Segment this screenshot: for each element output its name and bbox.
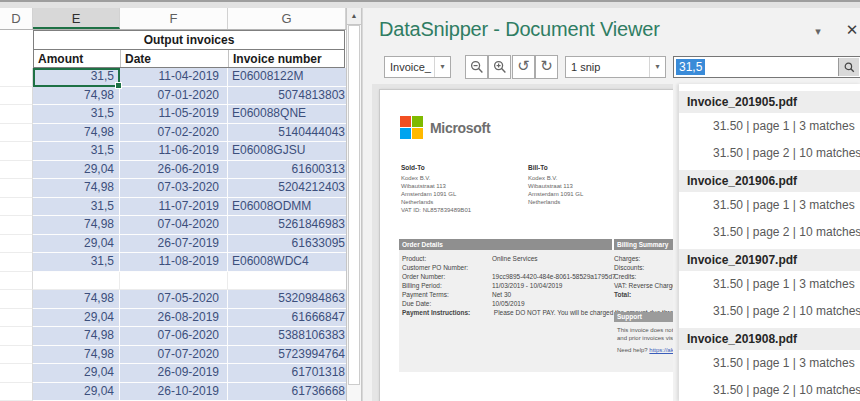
search-button[interactable]: [838, 58, 859, 76]
cell-invoice[interactable]: 61701318: [228, 364, 346, 383]
cell-invoice[interactable]: E06008ODMM: [228, 198, 346, 217]
result-file[interactable]: Invoice_201905.pdf: [679, 91, 860, 113]
cell-date[interactable]: 07-04-2020: [120, 216, 228, 235]
result-file[interactable]: Invoice_201908.pdf: [679, 328, 860, 350]
snip-dropdown[interactable]: 1 snip ▾: [565, 56, 666, 78]
cell-d[interactable]: [0, 216, 33, 235]
cell-date[interactable]: 26-07-2019: [120, 235, 228, 254]
cell-amount[interactable]: 29,04: [33, 161, 120, 180]
result-file[interactable]: Invoice_201906.pdf: [679, 170, 860, 192]
header-amount[interactable]: Amount: [34, 50, 121, 67]
close-icon[interactable]: ✕: [843, 21, 860, 39]
cell-date[interactable]: 26-08-2019: [120, 309, 228, 328]
cell-date[interactable]: [120, 272, 228, 291]
cell-d[interactable]: [0, 87, 33, 106]
result-match[interactable]: 31.50 | page 1 | 3 matches: [679, 350, 860, 377]
cell-d[interactable]: [0, 124, 33, 143]
cell-invoice[interactable]: 5723994764: [228, 346, 346, 365]
cell-amount[interactable]: 31,5: [33, 253, 120, 272]
cell-d[interactable]: [0, 327, 33, 346]
cell-amount[interactable]: 29,04: [33, 309, 120, 328]
cell-amount[interactable]: 31,5: [33, 68, 120, 87]
cell-amount[interactable]: 74,98: [33, 124, 120, 143]
cell-d[interactable]: [0, 235, 33, 254]
result-file[interactable]: Invoice_201907.pdf: [679, 249, 860, 271]
cell-d[interactable]: [0, 290, 33, 309]
header-date[interactable]: Date: [121, 50, 229, 67]
cell-d[interactable]: [0, 383, 33, 401]
cell-date[interactable]: 11-04-2019: [120, 68, 228, 87]
cell-amount[interactable]: [33, 272, 120, 291]
cell-amount[interactable]: 74,98: [33, 179, 120, 198]
cell-invoice[interactable]: 5204212403: [228, 179, 346, 198]
cell-invoice[interactable]: 5320984863: [228, 290, 346, 309]
cell-date[interactable]: 07-07-2020: [120, 346, 228, 365]
cell-amount[interactable]: 29,04: [33, 235, 120, 254]
document-viewer[interactable]: Microsoft Sold-To Kodex B.V.Wibautstraat…: [372, 84, 673, 401]
cell-invoice[interactable]: 5261846983: [228, 216, 346, 235]
cell-d[interactable]: [0, 309, 33, 328]
cell-invoice[interactable]: E06008GJSU: [228, 142, 346, 161]
result-match[interactable]: 31.50 | page 1 | 3 matches: [679, 113, 860, 140]
cell-d[interactable]: [0, 253, 33, 272]
cell-date[interactable]: 07-03-2020: [120, 179, 228, 198]
cell-date[interactable]: 26-06-2019: [120, 161, 228, 180]
cell-date[interactable]: 26-10-2019: [120, 383, 228, 401]
sheet-vertical-scrollbar[interactable]: ▲: [346, 8, 362, 401]
cell-invoice[interactable]: 5140444043: [228, 124, 346, 143]
cell-amount[interactable]: 74,98: [33, 327, 120, 346]
cell-d[interactable]: [0, 68, 33, 87]
cell-d[interactable]: [0, 346, 33, 365]
rotate-ccw-button[interactable]: ↺: [512, 55, 535, 79]
zoom-out-button[interactable]: [465, 55, 488, 79]
cell-date[interactable]: 07-05-2020: [120, 290, 228, 309]
cell-amount[interactable]: 29,04: [33, 383, 120, 401]
cell-date[interactable]: 26-09-2019: [120, 364, 228, 383]
column-header-e[interactable]: E: [33, 8, 120, 29]
cell-invoice[interactable]: [228, 272, 346, 291]
zoom-in-button[interactable]: [488, 55, 511, 79]
cell-date[interactable]: 11-05-2019: [120, 105, 228, 124]
cell-invoice[interactable]: E060088QNE: [228, 105, 346, 124]
cell-d[interactable]: [0, 198, 33, 217]
cell-date[interactable]: 07-01-2020: [120, 87, 228, 106]
scroll-up-icon[interactable]: ▲: [347, 8, 361, 25]
cell-date[interactable]: 07-02-2020: [120, 124, 228, 143]
help-link[interactable]: https://aka: [649, 347, 673, 353]
cell-d[interactable]: [0, 105, 33, 124]
column-header-g[interactable]: G: [228, 8, 346, 29]
result-match[interactable]: 31.50 | page 2 | 10 matches: [679, 298, 860, 325]
cell-date[interactable]: 11-07-2019: [120, 198, 228, 217]
cell-d[interactable]: [0, 272, 33, 291]
cell-date[interactable]: 11-08-2019: [120, 253, 228, 272]
cell-amount[interactable]: 31,5: [33, 105, 120, 124]
cell-amount[interactable]: 74,98: [33, 346, 120, 365]
cell-amount[interactable]: 74,98: [33, 87, 120, 106]
dropdown-arrow-icon[interactable]: ▾: [434, 57, 450, 77]
cell-amount[interactable]: 29,04: [33, 364, 120, 383]
cell-invoice[interactable]: E06008122M: [228, 68, 346, 87]
column-header-d[interactable]: D: [0, 8, 33, 29]
file-filter-dropdown[interactable]: Invoice_ ▾: [384, 56, 451, 78]
cell-date[interactable]: 11-06-2019: [120, 142, 228, 161]
cell-d[interactable]: [0, 142, 33, 161]
cell-d[interactable]: [0, 179, 33, 198]
cell-invoice[interactable]: 61600313: [228, 161, 346, 180]
cell-amount[interactable]: 74,98: [33, 290, 120, 309]
cell-d[interactable]: [0, 161, 33, 180]
cell-d[interactable]: [0, 364, 33, 383]
result-match[interactable]: 31.50 | page 2 | 10 matches: [679, 219, 860, 246]
cell-invoice[interactable]: 61666847: [228, 309, 346, 328]
cell-date[interactable]: 07-06-2020: [120, 327, 228, 346]
panel-menu-chevron-icon[interactable]: ▾: [809, 25, 827, 38]
cell-amount[interactable]: 74,98: [33, 216, 120, 235]
result-match[interactable]: 31.50 | page 2 | 10 matches: [679, 140, 860, 167]
result-match[interactable]: 31.50 | page 1 | 3 matches: [679, 192, 860, 219]
column-header-f[interactable]: F: [120, 8, 228, 29]
cell-invoice[interactable]: 5074813803: [228, 87, 346, 106]
cell-amount[interactable]: 31,5: [33, 198, 120, 217]
cell-invoice[interactable]: 5388106383: [228, 327, 346, 346]
cell-invoice[interactable]: 61633095: [228, 235, 346, 254]
rotate-cw-button[interactable]: ↻: [535, 55, 558, 79]
dropdown-arrow-icon[interactable]: ▾: [649, 57, 665, 77]
